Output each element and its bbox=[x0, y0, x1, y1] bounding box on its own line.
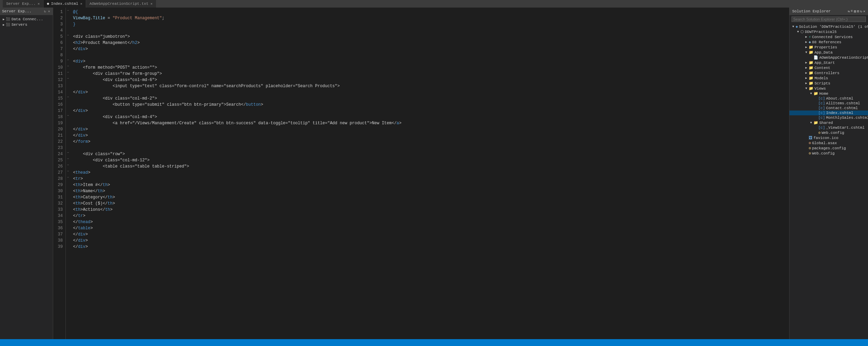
fold-indicator[interactable]: − bbox=[66, 57, 70, 63]
tree-item-allitems.cshtml[interactable]: [c] AllItems.cshtml bbox=[789, 101, 868, 106]
fold-indicator[interactable]: − bbox=[66, 76, 70, 82]
expand-arrow-icon: ▶ bbox=[804, 40, 809, 44]
close-server-explorer-icon[interactable]: ✕ bbox=[38, 2, 40, 6]
se-properties-icon[interactable]: ≡ bbox=[851, 9, 853, 13]
spacer bbox=[804, 147, 809, 150]
fold-indicator[interactable] bbox=[66, 20, 70, 26]
close-index-icon[interactable]: ✕ bbox=[80, 2, 82, 6]
tree-item-properties[interactable]: ▶ 📁 Properties bbox=[789, 45, 868, 50]
fold-indicator[interactable]: − bbox=[66, 8, 70, 14]
fold-indicator[interactable] bbox=[66, 106, 70, 113]
refresh-icon[interactable]: ↻ bbox=[43, 9, 47, 14]
connected-icon: ⚡ bbox=[809, 35, 811, 39]
fold-indicator[interactable] bbox=[66, 205, 70, 211]
code-line: </thead> bbox=[73, 219, 786, 225]
fold-indicator[interactable] bbox=[66, 199, 70, 205]
fold-indicator[interactable] bbox=[66, 82, 70, 88]
fold-indicator[interactable] bbox=[66, 230, 70, 236]
tree-item-favicon.ico[interactable]: 🖼 favicon.ico bbox=[789, 135, 868, 140]
tree-item-_viewstart.cshtml[interactable]: [c] _ViewStart.cshtml bbox=[789, 125, 868, 130]
tab-script[interactable]: AOWebAppCreationScript.txt ✕ bbox=[86, 0, 156, 8]
tree-item-web.config[interactable]: ⚙ Web.config bbox=[789, 151, 868, 156]
code-line: <th>Actions</th> bbox=[73, 207, 786, 213]
fold-indicator[interactable] bbox=[66, 224, 70, 230]
tree-item-label: App_Data bbox=[815, 50, 833, 55]
fold-indicator[interactable] bbox=[66, 100, 70, 106]
tree-item-scripts[interactable]: ▶ 📁 Scripts bbox=[789, 81, 868, 86]
tree-item-index.cshtml[interactable]: [c] Index.cshtml bbox=[789, 111, 868, 115]
close-script-icon[interactable]: ✕ bbox=[151, 2, 153, 6]
fold-indicator[interactable]: − bbox=[66, 63, 70, 69]
solution-explorer-title: Solution Explorer bbox=[792, 9, 831, 13]
fold-indicator[interactable]: − bbox=[66, 113, 70, 119]
tree-item-contact.cshtml[interactable]: [c] Contact.cshtml bbox=[789, 106, 868, 111]
fold-indicator[interactable]: − bbox=[66, 168, 70, 174]
fold-indicator[interactable] bbox=[66, 137, 70, 143]
fold-indicator[interactable] bbox=[66, 125, 70, 131]
folder-icon: 📁 bbox=[809, 45, 813, 49]
tree-item-app_data[interactable]: ▼ 📁 App_Data bbox=[789, 50, 868, 55]
fold-indicator[interactable] bbox=[66, 181, 70, 187]
code-editor[interactable]: @{ ViewBag.Title = "Product Management";… bbox=[70, 8, 786, 339]
solution-root-item[interactable]: ▼ ◈ Solution 'DDWTPractical5' (1 of 1 pr… bbox=[789, 24, 868, 29]
tree-item-home[interactable]: ▼ 📁 Home bbox=[789, 91, 868, 96]
fold-indicator[interactable]: − bbox=[66, 156, 70, 162]
se-preview-icon[interactable]: ▤ bbox=[854, 9, 856, 13]
fold-indicator[interactable]: − bbox=[66, 162, 70, 168]
se-close-icon[interactable]: ✕ bbox=[863, 9, 865, 13]
tree-item-88-references[interactable]: ▶ ◈ 88 References bbox=[789, 39, 868, 45]
fold-indicator[interactable] bbox=[66, 143, 70, 150]
tree-item-shared[interactable]: ▼ 📁 Shared bbox=[789, 120, 868, 125]
fold-indicator[interactable] bbox=[66, 14, 70, 20]
tree-item-monthlysales.cshtml[interactable]: [c] MonthlySales.cshtml bbox=[789, 115, 868, 120]
tree-item-label: favicon.ico bbox=[813, 136, 839, 140]
fold-indicator[interactable]: − bbox=[66, 174, 70, 181]
tab-server-explorer[interactable]: Server Exp... ✕ bbox=[3, 0, 44, 8]
fold-indicator[interactable] bbox=[66, 119, 70, 125]
fold-indicator[interactable] bbox=[66, 242, 70, 249]
fold-indicator[interactable] bbox=[66, 236, 70, 242]
line-number: 35 bbox=[56, 219, 63, 225]
tab-index-cshtml[interactable]: Index.cshtml ✕ bbox=[44, 0, 86, 8]
fold-indicator[interactable] bbox=[66, 45, 70, 51]
code-line: <div class="row form-group"> bbox=[73, 71, 786, 77]
se-filter-icon[interactable]: ⊞ bbox=[857, 9, 859, 13]
tree-item-views[interactable]: ▼ 📁 Views bbox=[789, 86, 868, 91]
servers-item[interactable]: ▶ ⬛ Servers bbox=[0, 22, 53, 27]
fold-indicator[interactable] bbox=[66, 38, 70, 45]
se-sync-icon[interactable]: ⇆ bbox=[848, 9, 850, 13]
fold-indicator[interactable] bbox=[66, 193, 70, 199]
fold-indicator[interactable] bbox=[66, 26, 70, 32]
fold-indicator[interactable]: − bbox=[66, 69, 70, 76]
fold-indicator[interactable] bbox=[66, 211, 70, 218]
tree-item-packages.config[interactable]: ⚙ packages.config bbox=[789, 146, 868, 151]
tree-item-about.cshtml[interactable]: [c] About.cshtml bbox=[789, 96, 868, 101]
tree-item-controllers[interactable]: ▶ 📁 Controllers bbox=[789, 70, 868, 76]
tree-item-web.config[interactable]: ⚙ Web.config bbox=[789, 130, 868, 135]
code-line bbox=[73, 145, 786, 151]
se-refresh-icon[interactable]: ↻ bbox=[860, 9, 862, 13]
project-root-item[interactable]: ▼ ⬡ DDWTPractical5 bbox=[789, 29, 868, 34]
close-panel-icon[interactable]: ✕ bbox=[47, 9, 51, 14]
tree-item-content[interactable]: ▶ 📁 Content bbox=[789, 65, 868, 70]
fold-indicator[interactable] bbox=[66, 187, 70, 193]
data-connections-label: Data Connec... bbox=[11, 17, 43, 21]
fold-indicator[interactable] bbox=[66, 51, 70, 57]
fold-indicator[interactable] bbox=[66, 131, 70, 137]
fold-indicator[interactable]: − bbox=[66, 150, 70, 156]
tree-item-app_start[interactable]: ▶ 📁 App_Start bbox=[789, 60, 868, 65]
tree-item-aowebappcreationscript.txt[interactable]: 📄 AOWebAppCreationScript.txt bbox=[789, 55, 868, 60]
tree-item-global.asax[interactable]: ⚙ Global.asax bbox=[789, 140, 868, 146]
fold-indicator[interactable] bbox=[66, 88, 70, 94]
code-line: </div> bbox=[73, 89, 786, 95]
fold-indicator[interactable] bbox=[66, 218, 70, 224]
code-line: </div> bbox=[73, 46, 786, 52]
solution-explorer-search[interactable] bbox=[792, 16, 866, 22]
fold-indicator[interactable]: − bbox=[66, 94, 70, 100]
tree-item-connected-services[interactable]: ▶ ⚡ Connected Services bbox=[789, 34, 868, 39]
fold-indicator[interactable]: − bbox=[66, 32, 70, 38]
data-connections-item[interactable]: ▶ ⬛ Data Connec... bbox=[0, 16, 53, 22]
vertical-scrollbar[interactable] bbox=[786, 8, 789, 339]
line-number: 19 bbox=[56, 120, 63, 126]
tree-item-models[interactable]: ▶ 📁 Models bbox=[789, 76, 868, 81]
